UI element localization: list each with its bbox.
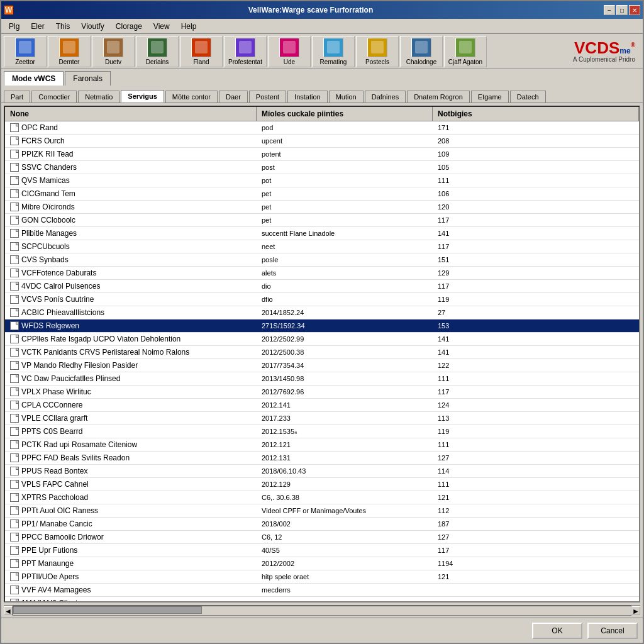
menu-item-this[interactable]: This: [51, 21, 75, 32]
table-row[interactable]: PPFC FAD Beals Svilits Readon2012.131127: [5, 452, 639, 465]
tab2-dafnines[interactable]: Dafnines: [365, 91, 406, 103]
maximize-button[interactable]: □: [616, 5, 628, 15]
minimize-button[interactable]: −: [604, 5, 615, 15]
column-header-num[interactable]: Notbigies: [433, 107, 639, 121]
table-row[interactable]: Plibitle Managessuccentt Flane Linadole1…: [5, 227, 639, 240]
tab2-datech[interactable]: Datech: [510, 91, 546, 103]
cell-num-26: 114: [433, 465, 639, 477]
logo-sub: A Cuplomenical Pridro: [573, 56, 635, 63]
cell-name-2: PPIZK RII Tead: [5, 148, 257, 160]
cell-num-27: 111: [433, 478, 639, 491]
tab2-etgame[interactable]: Etgame: [471, 91, 509, 103]
cell-num-13: 119: [433, 293, 639, 306]
column-header-midcol[interactable]: Míoles cuckale piinties: [257, 107, 433, 121]
table-row[interactable]: PPTt Auol OIC RanessVideol CPFF or Manim…: [5, 504, 639, 518]
table-row[interactable]: PP1/ Manabe Cancic2018/002187: [5, 518, 639, 531]
table-row[interactable]: 1MA/MAI0 Clioct: [5, 597, 639, 601]
profestentat-icon[interactable]: Profestentat: [224, 36, 267, 67]
tab2-instation[interactable]: Instation: [287, 91, 328, 103]
table-row[interactable]: FCRS Ourchupcent208: [5, 135, 639, 148]
horizontal-scrollbar[interactable]: ◄ ►: [4, 605, 640, 615]
table-row[interactable]: PCTK Rad upi Rosamate Citeniow2012.12111…: [5, 438, 639, 452]
cell-midcol-8: succentt Flane Linadole: [257, 227, 433, 240]
tool-label-10: Cjaff Agaton: [448, 58, 482, 65]
table-row[interactable]: VPLX Phase Wirlituc2012/7692.96117: [5, 386, 639, 399]
table-row[interactable]: VCFFotence Daburatsalets129: [5, 267, 639, 280]
table-row[interactable]: PPUS Read Bontex2018/06.10.43114: [5, 465, 639, 478]
deriains-icon[interactable]: Deriains: [136, 36, 179, 67]
table-row[interactable]: VVF AV4 Mamageesmecderrs: [5, 584, 639, 597]
ok-button[interactable]: OK: [532, 623, 582, 639]
menu-item-eler[interactable]: Eler: [26, 21, 49, 32]
table-row[interactable]: Mibre Oïcirondspet120: [5, 201, 639, 214]
cell-name-text-30: PP1/ Manabe Cancic: [21, 519, 92, 528]
cell-midcol-16: 2012/2502.99: [257, 333, 433, 345]
table-row[interactable]: PPCC Bamooiic DrioworC6, 12127: [5, 531, 639, 544]
row-icon-4: [10, 176, 19, 185]
duetv-icon[interactable]: Duetv: [92, 36, 135, 67]
tab2-part[interactable]: Part: [4, 91, 30, 103]
table-row[interactable]: VPLE CCllara grarft2017.233113: [5, 412, 639, 425]
row-icon-26: [10, 467, 19, 475]
fland-icon[interactable]: Fland: [180, 36, 223, 67]
tab2-postent[interactable]: Postent: [249, 91, 286, 103]
tab2-comoctier[interactable]: Comoctier: [31, 91, 77, 103]
table-row[interactable]: PPTS C0S Bearrd2012.1535₄119: [5, 425, 639, 438]
chalodnge-icon[interactable]: Chalodnge: [400, 36, 443, 67]
postecls-icon[interactable]: Postecls: [356, 36, 399, 67]
table-row[interactable]: 4VDC Calrol Puisencesdio117: [5, 280, 639, 293]
table-row[interactable]: SCPCUbcuolsneet117: [5, 240, 639, 253]
tab2-mötte-contor[interactable]: Mötte contor: [165, 91, 218, 103]
menu-item-plg[interactable]: Plg: [4, 21, 25, 32]
cell-name-text-34: PPTIl/UOe Apers: [21, 572, 79, 581]
row-icon-1: [10, 136, 19, 145]
tab1-mode-vwcs[interactable]: Mode vWCS: [4, 71, 64, 86]
table-row[interactable]: CPPlles Rate Isgadp UCPO Viaton Deholent…: [5, 333, 639, 346]
table-row[interactable]: CVS Synbadsposle151: [5, 253, 639, 267]
table-row[interactable]: VC Daw Paucicfatlles Plinsed2013/1450.98…: [5, 372, 639, 386]
tab2-daer[interactable]: Daer: [219, 91, 248, 103]
table-row[interactable]: VP Mando Rledhy Filesion Pasider2017/735…: [5, 359, 639, 372]
table-row[interactable]: VCTK Panidants CRVS Periistareal Noimo R…: [5, 346, 639, 359]
tab1-faronals[interactable]: Faronals: [65, 71, 111, 86]
table-row[interactable]: PPTIl/UOe Apershitp spele oraet121: [5, 570, 639, 584]
remating-icon[interactable]: Remating: [312, 36, 355, 67]
table-row[interactable]: QVS Mamicaspot111: [5, 174, 639, 187]
tab2-servigus[interactable]: Servigus: [121, 90, 164, 103]
cell-midcol-0: pod: [257, 121, 433, 134]
table-row[interactable]: VPLS FAPC Cahnel2012.129111: [5, 478, 639, 491]
column-header-name[interactable]: None: [5, 107, 257, 121]
table-row[interactable]: SSVC Chanderspost105: [5, 161, 639, 174]
table-body[interactable]: OPC Randpod171FCRS Ourchupcent208PPIZK R…: [5, 121, 639, 601]
table-row[interactable]: XPTRS PaccholoadC6,. 30.6.38121: [5, 491, 639, 504]
tab2-dnatem-rogron[interactable]: Dnatem Rogron: [407, 91, 470, 103]
menu-item-vioutfy[interactable]: Vioutfy: [76, 21, 109, 32]
close-button[interactable]: ✕: [629, 5, 640, 15]
zeettor-icon[interactable]: Zeettor: [4, 36, 47, 67]
h-scroll-track[interactable]: [13, 606, 631, 616]
table-row[interactable]: PPT Manaunge2012/20021194: [5, 557, 639, 570]
table-row[interactable]: PPIZK RII Teadpotent109: [5, 148, 639, 161]
table-row[interactable]: GON CCloboolcpet117: [5, 214, 639, 227]
tab2-mution[interactable]: Mution: [329, 91, 364, 103]
cell-midcol-35: mecderrs: [257, 584, 433, 596]
menu-item-view[interactable]: View: [148, 21, 175, 32]
table-row[interactable]: VCVS Ponís Cuutrinedfio119: [5, 293, 639, 306]
menu-item-clorage[interactable]: Clorage: [111, 21, 147, 32]
cjaff-agaton-icon[interactable]: Cjaff Agaton: [444, 36, 487, 67]
menu-bar: PlgElerThisVioutfyClorageViewHelp: [1, 19, 643, 34]
table-row[interactable]: CICGmand Tempet106: [5, 187, 639, 201]
table-row[interactable]: CPLA CCConnere2012.141124: [5, 399, 639, 412]
ude-icon[interactable]: Ude: [268, 36, 311, 67]
table-row[interactable]: OPC Randpod171: [5, 121, 639, 135]
table-row[interactable]: PPE Upr Futions40/S5117: [5, 544, 639, 557]
cell-name-31: PPCC Bamooiic Driowor: [5, 531, 257, 543]
tab2-netmatio[interactable]: Netmatio: [78, 91, 119, 103]
cancel-button[interactable]: Cancel: [587, 623, 638, 639]
menu-item-help[interactable]: Help: [176, 21, 202, 32]
cell-name-17: VCTK Panidants CRVS Periistareal Noimo R…: [5, 346, 257, 358]
table-row[interactable]: ACBIC PhieavalIlistcions2014/1852.2427: [5, 306, 639, 319]
cell-midcol-17: 2012/2500.38: [257, 346, 433, 358]
table-row[interactable]: WFDS Relgewen271S/1592.34153: [5, 319, 639, 333]
demter-icon[interactable]: Demter: [48, 36, 91, 67]
